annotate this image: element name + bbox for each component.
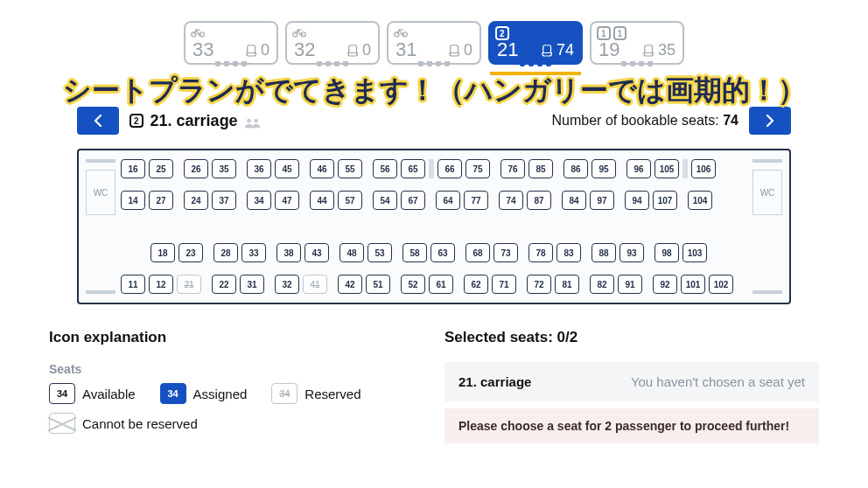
seat[interactable]: 27 — [149, 191, 173, 210]
seat[interactable]: 66 — [438, 159, 462, 178]
seat[interactable]: 11 — [121, 275, 145, 294]
seat[interactable]: 14 — [121, 191, 145, 210]
carriage-card[interactable]: 320 — [285, 21, 380, 65]
seat[interactable]: 74 — [499, 191, 523, 210]
seat[interactable]: 26 — [184, 159, 208, 178]
seat[interactable]: 31 — [240, 275, 264, 294]
seat[interactable]: 81 — [555, 275, 579, 294]
prev-carriage-button[interactable] — [77, 107, 119, 135]
seat-icon — [643, 44, 655, 58]
seat[interactable]: 107 — [653, 191, 677, 210]
seat-icon — [347, 44, 360, 58]
seat[interactable]: 61 — [429, 275, 453, 294]
seat[interactable]: 83 — [556, 243, 581, 262]
seat[interactable]: 35 — [212, 159, 236, 178]
seat[interactable]: 23 — [178, 243, 203, 262]
seat[interactable]: 55 — [338, 159, 362, 178]
seat[interactable]: 65 — [401, 159, 425, 178]
svg-point-6 — [247, 119, 251, 123]
seat[interactable]: 47 — [275, 191, 299, 210]
seat[interactable]: 44 — [310, 191, 334, 210]
seat[interactable]: 96 — [626, 159, 651, 178]
carriage-number: 31 — [396, 40, 416, 59]
seat[interactable]: 76 — [500, 159, 525, 178]
seat[interactable]: 101 — [681, 275, 705, 294]
seat[interactable]: 16 — [121, 159, 145, 178]
next-carriage-button[interactable] — [749, 107, 791, 135]
seat-reserved-icon: 34 — [271, 383, 298, 404]
table-icon — [682, 159, 688, 178]
carriage-card[interactable]: 310 — [387, 21, 481, 65]
seat[interactable]: 86 — [564, 159, 588, 178]
seat[interactable]: 84 — [562, 191, 586, 210]
carriage-card[interactable]: 22174 — [488, 21, 583, 65]
seat[interactable]: 42 — [338, 275, 362, 294]
seat[interactable]: 12 — [149, 275, 173, 294]
seat[interactable]: 91 — [618, 275, 642, 294]
seat[interactable]: 48 — [340, 243, 364, 262]
seat-assigned-icon: 34 — [160, 383, 186, 404]
seat[interactable]: 102 — [709, 275, 733, 294]
seat[interactable]: 95 — [592, 159, 616, 178]
seat[interactable]: 94 — [625, 191, 649, 210]
carriage-card[interactable]: 111935 — [590, 21, 684, 65]
seat[interactable]: 53 — [368, 243, 392, 262]
carriage-card[interactable]: 330 — [184, 21, 278, 65]
seat[interactable]: 34 — [247, 191, 271, 210]
seat[interactable]: 87 — [527, 191, 551, 210]
seat[interactable]: 38 — [276, 243, 301, 262]
seat[interactable]: 71 — [492, 275, 516, 294]
selection-card: 21. carriage You haven't chosen a seat y… — [444, 362, 819, 401]
seat[interactable]: 72 — [527, 275, 551, 294]
seat[interactable]: 64 — [436, 191, 460, 210]
chevron-left-icon — [94, 115, 102, 127]
seat[interactable]: 105 — [654, 159, 679, 178]
seat[interactable]: 63 — [430, 243, 455, 262]
seat[interactable]: 98 — [654, 243, 679, 262]
seat[interactable]: 32 — [275, 275, 299, 294]
seat-count: 35 — [658, 41, 676, 59]
seat[interactable]: 24 — [184, 191, 208, 210]
seat[interactable]: 56 — [373, 159, 397, 178]
seat[interactable]: 46 — [310, 159, 334, 178]
seat[interactable]: 33 — [242, 243, 266, 262]
seat[interactable]: 62 — [464, 275, 488, 294]
seat[interactable]: 67 — [401, 191, 425, 210]
seat[interactable]: 73 — [494, 243, 518, 262]
chevron-right-icon — [766, 115, 774, 127]
wc-label: WC — [752, 170, 782, 215]
seat[interactable]: 78 — [528, 243, 553, 262]
seat[interactable]: 18 — [150, 243, 175, 262]
seat-cannot-icon — [49, 413, 75, 434]
seat[interactable]: 25 — [149, 159, 173, 178]
seat[interactable]: 45 — [275, 159, 299, 178]
seat[interactable]: 106 — [691, 159, 716, 178]
selected-seats-title: Selected seats: 0/2 — [444, 329, 819, 346]
seat[interactable]: 75 — [466, 159, 490, 178]
seat[interactable]: 68 — [466, 243, 490, 262]
seat[interactable]: 58 — [402, 243, 427, 262]
seat[interactable]: 82 — [590, 275, 614, 294]
door-icon — [86, 290, 116, 294]
seat[interactable]: 28 — [214, 243, 238, 262]
seat[interactable]: 43 — [304, 243, 329, 262]
legend-seats-header: Seats — [49, 362, 424, 376]
seat[interactable]: 77 — [464, 191, 488, 210]
seat[interactable]: 104 — [688, 191, 712, 210]
seat[interactable]: 103 — [682, 243, 707, 262]
seat[interactable]: 93 — [620, 243, 644, 262]
seat-count: 74 — [556, 41, 574, 59]
seat[interactable]: 92 — [653, 275, 677, 294]
seat[interactable]: 37 — [212, 191, 236, 210]
seat[interactable]: 36 — [247, 159, 271, 178]
seat[interactable]: 54 — [373, 191, 397, 210]
seat[interactable]: 51 — [366, 275, 390, 294]
seat[interactable]: 52 — [401, 275, 425, 294]
bookable-label: Number of bookable seats: 74 — [552, 113, 738, 129]
bike-icon — [394, 26, 408, 36]
seat[interactable]: 85 — [528, 159, 553, 178]
seat[interactable]: 22 — [212, 275, 236, 294]
seat[interactable]: 57 — [338, 191, 362, 210]
seat[interactable]: 97 — [590, 191, 614, 210]
seat[interactable]: 88 — [592, 243, 616, 262]
